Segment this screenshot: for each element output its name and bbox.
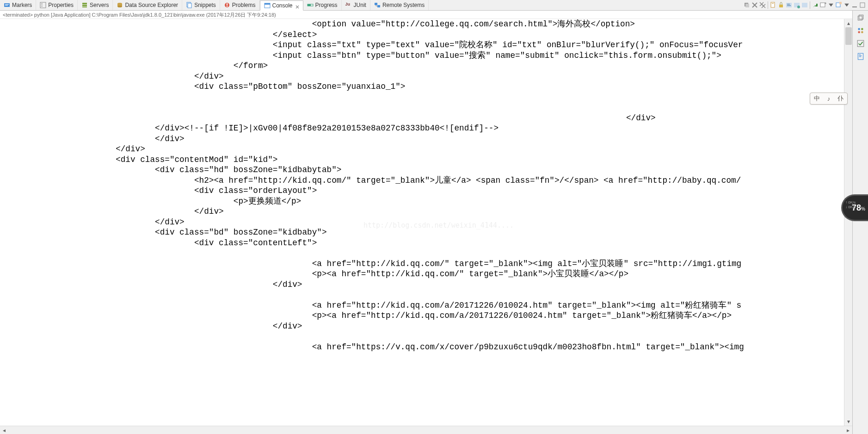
svg-rect-7 — [82, 3, 87, 4]
svg-rect-44 — [857, 40, 864, 47]
datasource-icon — [117, 2, 123, 8]
markers-icon — [4, 2, 10, 8]
scroll-left-icon[interactable]: ◂ — [0, 427, 8, 434]
svg-rect-5 — [41, 5, 43, 5]
view-tabbar: Markers Properties Servers Data Source E… — [0, 0, 868, 11]
svg-rect-36 — [852, 6, 857, 7]
network-monitor-badge[interactable]: ↑ 0K/s ↓ 0K/s 78% — [841, 194, 868, 221]
tab-console[interactable]: Console — [260, 0, 303, 11]
scrollbar-track[interactable] — [845, 27, 852, 417]
svg-point-43 — [861, 31, 863, 33]
console-toolbar — [743, 0, 868, 10]
svg-rect-9 — [82, 6, 87, 7]
console-status-line: <terminated> python [Java Application] C… — [0, 11, 868, 19]
restore-icon[interactable] — [856, 13, 865, 22]
scrollbar-track[interactable] — [8, 427, 844, 434]
servers-icon — [81, 2, 88, 8]
scrollbar-thumb[interactable] — [845, 27, 852, 45]
word-wrap-icon[interactable] — [785, 1, 793, 9]
terminate-all-icon[interactable] — [743, 1, 751, 9]
svg-rect-2 — [5, 5, 8, 6]
tab-label: Remote Systems — [382, 2, 425, 8]
svg-rect-14 — [188, 3, 191, 8]
svg-rect-27 — [772, 3, 774, 4]
svg-rect-19 — [265, 3, 270, 5]
ime-sound-icon[interactable]: ♪ — [827, 95, 831, 102]
tab-remote[interactable]: Remote Systems — [370, 0, 429, 10]
svg-rect-4 — [41, 3, 43, 4]
minimize-icon[interactable] — [851, 1, 858, 9]
scroll-lock-icon[interactable] — [777, 1, 785, 9]
tab-markers[interactable]: Markers — [0, 0, 36, 10]
pin-console-icon[interactable] — [793, 1, 800, 9]
svg-rect-8 — [82, 5, 87, 6]
svg-point-41 — [861, 28, 863, 30]
separator — [768, 1, 768, 9]
svg-rect-1 — [5, 4, 9, 5]
vertical-scrollbar[interactable]: ▴ ▾ — [844, 19, 852, 426]
outline-view-icon[interactable] — [856, 26, 865, 35]
net-down: ↓ 0K/s — [845, 205, 856, 210]
ime-char[interactable]: 仆 — [837, 94, 843, 103]
tabs-container: Markers Properties Servers Data Source E… — [0, 0, 743, 10]
tasks-view-icon[interactable] — [856, 39, 865, 48]
scroll-right-icon[interactable]: ▸ — [844, 427, 852, 434]
svg-point-31 — [797, 6, 800, 8]
clear-console-icon[interactable] — [770, 1, 777, 9]
svg-rect-39 — [859, 15, 863, 19]
svg-rect-28 — [779, 5, 783, 7]
tab-servers[interactable]: Servers — [78, 0, 113, 10]
svg-point-42 — [858, 31, 860, 33]
properties-icon — [40, 2, 46, 8]
open-console-icon[interactable] — [812, 1, 819, 9]
tab-label: Problems — [232, 2, 256, 8]
dropdown-icon[interactable] — [827, 1, 835, 9]
svg-rect-32 — [802, 3, 807, 7]
net-rates: ↑ 0K/s ↓ 0K/s — [845, 200, 856, 210]
scroll-up-icon[interactable]: ▴ — [845, 19, 852, 27]
svg-rect-22 — [375, 3, 377, 5]
svg-rect-47 — [859, 56, 862, 56]
maximize-icon[interactable] — [859, 1, 866, 9]
horizontal-scrollbar[interactable]: ◂ ▸ — [0, 426, 852, 434]
new-console-view-icon[interactable] — [819, 1, 827, 9]
tab-label: JUnit — [354, 2, 366, 8]
console-icon — [264, 2, 271, 9]
minimap-icon[interactable] — [856, 52, 865, 61]
separator — [810, 1, 810, 9]
svg-rect-6 — [41, 6, 43, 6]
console-output-area[interactable]: <option value="http://college.qq.com/sea… — [0, 19, 852, 426]
close-icon[interactable] — [295, 4, 299, 7]
tab-datasource[interactable]: Data Source Explorer — [113, 0, 182, 10]
svg-rect-37 — [860, 3, 865, 7]
ime-toolbar[interactable]: 中 ♪ 仆 — [810, 93, 848, 105]
problems-icon — [224, 2, 230, 8]
svg-point-12 — [117, 6, 122, 7]
tab-properties[interactable]: Properties — [36, 0, 78, 10]
tab-junit[interactable]: Ju JUnit — [342, 0, 370, 10]
tab-label: Console — [272, 2, 293, 9]
ime-mode[interactable]: 中 — [814, 94, 820, 103]
tab-problems[interactable]: Problems — [220, 0, 260, 10]
remote-icon — [374, 2, 381, 8]
tab-snippets[interactable]: Snippets — [182, 0, 220, 10]
scroll-down-icon[interactable]: ▾ — [845, 417, 852, 426]
tab-progress[interactable]: Progress — [303, 0, 342, 10]
tab-label: Servers — [90, 2, 109, 8]
svg-rect-35 — [839, 2, 842, 4]
remove-all-icon[interactable] — [759, 1, 766, 9]
svg-rect-3 — [40, 2, 46, 8]
svg-rect-38 — [858, 16, 862, 20]
snippets-icon — [186, 2, 192, 8]
display-selected-icon[interactable] — [801, 1, 808, 9]
svg-rect-33 — [820, 3, 825, 7]
new-console-dropdown-icon[interactable] — [835, 1, 843, 9]
right-trim-bar — [852, 11, 868, 434]
progress-icon — [307, 2, 314, 8]
svg-rect-29 — [786, 3, 792, 7]
dropdown-icon[interactable] — [843, 1, 850, 9]
remove-launch-icon[interactable] — [751, 1, 758, 9]
svg-rect-21 — [308, 4, 311, 6]
svg-rect-26 — [771, 2, 775, 7]
svg-rect-23 — [377, 5, 380, 7]
